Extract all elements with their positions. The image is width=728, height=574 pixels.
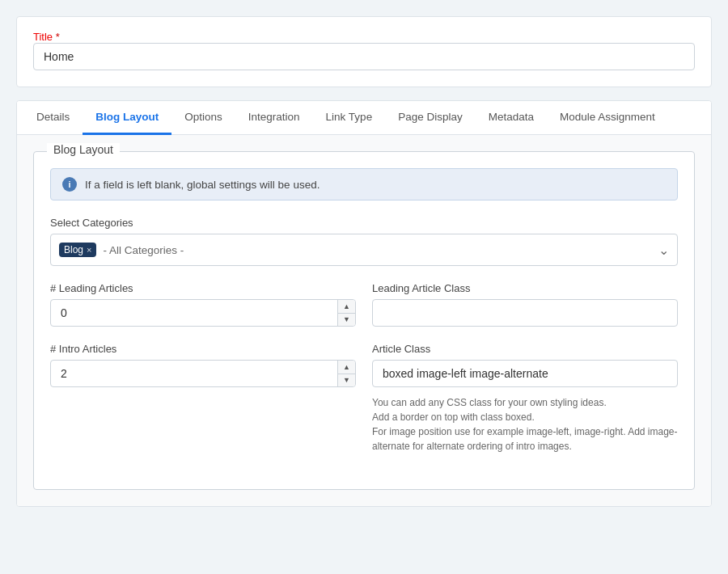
title-required-marker: * — [56, 31, 60, 43]
intro-articles-wrapper: ▲ ▼ — [50, 360, 356, 387]
blog-layout-section: Blog Layout i If a field is left blank, … — [33, 151, 695, 490]
category-tag-label: Blog — [64, 244, 83, 255]
info-icon: i — [62, 177, 77, 192]
categories-select[interactable]: Blog × - All Categories - ⌄ — [50, 234, 678, 266]
tab-metadata[interactable]: Metadata — [476, 101, 547, 135]
form-row-leading: # Leading Articles ▲ ▼ Leading Article C… — [50, 282, 678, 327]
leading-articles-spin-up[interactable]: ▲ — [338, 300, 355, 314]
leading-articles-spin: ▲ ▼ — [337, 300, 355, 326]
tab-link-type[interactable]: Link Type — [313, 101, 386, 135]
tab-options[interactable]: Options — [171, 101, 235, 135]
tab-module-assignment[interactable]: Module Assignment — [547, 101, 668, 135]
category-placeholder: - All Categories - — [103, 244, 652, 256]
leading-articles-wrapper: ▲ ▼ — [50, 299, 356, 327]
title-section: Title * — [16, 16, 712, 87]
intro-articles-group: # Intro Articles ▲ ▼ — [50, 343, 356, 454]
article-class-group: Article Class You can add any CSS class … — [372, 343, 678, 454]
title-label: Title * — [33, 31, 60, 43]
leading-article-class-input[interactable] — [372, 299, 678, 327]
article-class-help-2: Add a border on top with class boxed. — [372, 410, 678, 424]
intro-articles-label: # Intro Articles — [50, 343, 356, 355]
form-row-intro: # Intro Articles ▲ ▼ Article Class — [50, 343, 678, 454]
tab-page-display[interactable]: Page Display — [385, 101, 476, 135]
leading-article-class-label: Leading Article Class — [372, 282, 678, 294]
intro-articles-spin-down[interactable]: ▼ — [338, 374, 355, 387]
category-tag-close[interactable]: × — [87, 245, 91, 255]
info-banner: i If a field is left blank, global setti… — [50, 168, 678, 200]
intro-articles-spin-up[interactable]: ▲ — [338, 361, 355, 374]
article-class-help-1: You can add any CSS class for your own s… — [372, 395, 678, 410]
categories-section: Select Categories Blog × - All Categorie… — [50, 217, 678, 266]
select-categories-label: Select Categories — [50, 217, 678, 229]
leading-articles-group: # Leading Articles ▲ ▼ — [50, 282, 356, 327]
article-class-help-3: For image position use for example image… — [372, 424, 678, 454]
title-label-text: Title — [33, 31, 53, 43]
leading-articles-input[interactable] — [50, 299, 356, 327]
tab-content: Blog Layout i If a field is left blank, … — [17, 135, 711, 506]
chevron-down-icon: ⌄ — [658, 243, 669, 258]
title-input[interactable] — [33, 43, 695, 70]
leading-articles-label: # Leading Articles — [50, 282, 356, 294]
tab-details[interactable]: Details — [23, 101, 83, 135]
leading-articles-spin-down[interactable]: ▼ — [338, 314, 355, 327]
article-class-help: You can add any CSS class for your own s… — [372, 395, 678, 454]
tab-blog-layout[interactable]: Blog Layout — [83, 101, 171, 135]
intro-articles-input[interactable] — [50, 360, 356, 387]
category-tag: Blog × — [59, 243, 96, 257]
intro-articles-spin: ▲ ▼ — [337, 361, 355, 386]
tabs-container: Details Blog Layout Options Integration … — [16, 100, 712, 507]
page-wrapper: Title * Details Blog Layout Options Inte… — [16, 16, 712, 507]
article-class-input[interactable] — [372, 360, 678, 387]
info-message: If a field is left blank, global setting… — [85, 179, 320, 191]
article-class-label: Article Class — [372, 343, 678, 355]
tabs-header: Details Blog Layout Options Integration … — [17, 101, 711, 135]
section-title: Blog Layout — [47, 143, 120, 156]
tab-integration[interactable]: Integration — [235, 101, 313, 135]
leading-article-class-group: Leading Article Class — [372, 282, 678, 327]
